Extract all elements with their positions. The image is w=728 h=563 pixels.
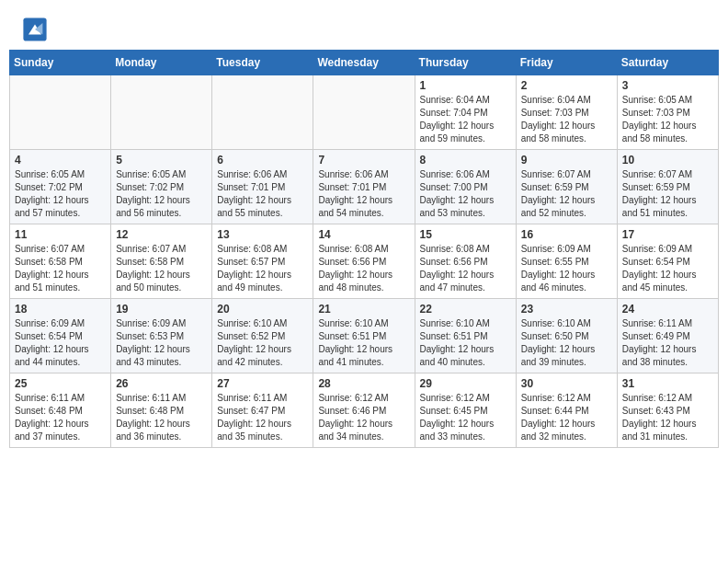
calendar-day-cell: 23Sunrise: 6:10 AM Sunset: 6:50 PM Dayli… — [516, 299, 617, 373]
calendar-day-cell: 6Sunrise: 6:06 AM Sunset: 7:01 PM Daylig… — [212, 150, 313, 224]
day-info: Sunrise: 6:05 AM Sunset: 7:02 PM Dayligh… — [116, 168, 207, 220]
logo-icon — [22, 17, 48, 42]
calendar-day-cell: 26Sunrise: 6:11 AM Sunset: 6:48 PM Dayli… — [111, 373, 212, 448]
calendar-week-row: 25Sunrise: 6:11 AM Sunset: 6:48 PM Dayli… — [10, 373, 719, 448]
day-info: Sunrise: 6:10 AM Sunset: 6:51 PM Dayligh… — [318, 317, 409, 369]
col-header-sunday: Sunday — [10, 51, 111, 75]
day-info: Sunrise: 6:12 AM Sunset: 6:44 PM Dayligh… — [521, 392, 612, 443]
day-number: 13 — [217, 228, 308, 241]
calendar-day-cell: 21Sunrise: 6:10 AM Sunset: 6:51 PM Dayli… — [313, 299, 415, 373]
calendar-week-row: 1Sunrise: 6:04 AM Sunset: 7:04 PM Daylig… — [10, 75, 719, 150]
col-header-tuesday: Tuesday — [212, 51, 313, 75]
calendar-day-cell: 7Sunrise: 6:06 AM Sunset: 7:01 PM Daylig… — [313, 150, 415, 224]
day-number: 7 — [318, 154, 409, 167]
calendar-day-cell: 29Sunrise: 6:12 AM Sunset: 6:45 PM Dayli… — [415, 373, 516, 448]
calendar-day-cell — [212, 75, 313, 150]
calendar-day-cell: 5Sunrise: 6:05 AM Sunset: 7:02 PM Daylig… — [111, 150, 212, 224]
calendar-body: 1Sunrise: 6:04 AM Sunset: 7:04 PM Daylig… — [10, 75, 719, 448]
day-number: 29 — [420, 377, 511, 390]
day-info: Sunrise: 6:09 AM Sunset: 6:53 PM Dayligh… — [116, 317, 207, 369]
calendar-day-cell: 31Sunrise: 6:12 AM Sunset: 6:43 PM Dayli… — [617, 373, 718, 448]
calendar-day-cell: 17Sunrise: 6:09 AM Sunset: 6:54 PM Dayli… — [617, 224, 718, 299]
day-info: Sunrise: 6:09 AM Sunset: 6:55 PM Dayligh… — [521, 243, 612, 294]
day-number: 18 — [15, 303, 106, 316]
calendar-day-cell: 8Sunrise: 6:06 AM Sunset: 7:00 PM Daylig… — [415, 150, 516, 224]
day-number: 14 — [318, 228, 409, 241]
day-info: Sunrise: 6:11 AM Sunset: 6:49 PM Dayligh… — [622, 317, 713, 369]
day-number: 16 — [521, 228, 612, 241]
calendar-day-cell: 2Sunrise: 6:04 AM Sunset: 7:03 PM Daylig… — [516, 75, 617, 150]
calendar-week-row: 4Sunrise: 6:05 AM Sunset: 7:02 PM Daylig… — [10, 150, 719, 224]
day-info: Sunrise: 6:10 AM Sunset: 6:50 PM Dayligh… — [521, 317, 612, 369]
calendar-day-cell: 10Sunrise: 6:07 AM Sunset: 6:59 PM Dayli… — [617, 150, 718, 224]
calendar-day-cell: 14Sunrise: 6:08 AM Sunset: 6:56 PM Dayli… — [313, 224, 415, 299]
calendar-day-cell: 11Sunrise: 6:07 AM Sunset: 6:58 PM Dayli… — [10, 224, 111, 299]
day-number: 8 — [420, 154, 511, 167]
day-number: 15 — [420, 228, 511, 241]
calendar-week-row: 11Sunrise: 6:07 AM Sunset: 6:58 PM Dayli… — [10, 224, 719, 299]
day-info: Sunrise: 6:11 AM Sunset: 6:47 PM Dayligh… — [217, 392, 308, 443]
day-number: 1 — [420, 79, 511, 92]
calendar-header-row: SundayMondayTuesdayWednesdayThursdayFrid… — [10, 51, 719, 75]
calendar-day-cell: 13Sunrise: 6:08 AM Sunset: 6:57 PM Dayli… — [212, 224, 313, 299]
day-info: Sunrise: 6:08 AM Sunset: 6:56 PM Dayligh… — [318, 243, 409, 294]
calendar-day-cell: 16Sunrise: 6:09 AM Sunset: 6:55 PM Dayli… — [516, 224, 617, 299]
day-number: 27 — [217, 377, 308, 390]
day-number: 28 — [318, 377, 409, 390]
day-info: Sunrise: 6:10 AM Sunset: 6:52 PM Dayligh… — [217, 317, 308, 369]
day-number: 19 — [116, 303, 207, 316]
day-info: Sunrise: 6:07 AM Sunset: 6:59 PM Dayligh… — [521, 168, 612, 220]
day-number: 20 — [217, 303, 308, 316]
logo — [22, 17, 51, 42]
calendar-day-cell: 28Sunrise: 6:12 AM Sunset: 6:46 PM Dayli… — [313, 373, 415, 448]
calendar-week-row: 18Sunrise: 6:09 AM Sunset: 6:54 PM Dayli… — [10, 299, 719, 373]
calendar-day-cell: 25Sunrise: 6:11 AM Sunset: 6:48 PM Dayli… — [10, 373, 111, 448]
day-number: 11 — [15, 228, 106, 241]
day-number: 17 — [622, 228, 713, 241]
day-number: 3 — [622, 79, 713, 92]
day-number: 4 — [15, 154, 106, 167]
day-info: Sunrise: 6:06 AM Sunset: 7:01 PM Dayligh… — [318, 168, 409, 220]
day-info: Sunrise: 6:05 AM Sunset: 7:03 PM Dayligh… — [622, 94, 713, 145]
calendar-day-cell: 20Sunrise: 6:10 AM Sunset: 6:52 PM Dayli… — [212, 299, 313, 373]
day-info: Sunrise: 6:07 AM Sunset: 6:59 PM Dayligh… — [622, 168, 713, 220]
day-number: 25 — [15, 377, 106, 390]
calendar-table: SundayMondayTuesdayWednesdayThursdayFrid… — [9, 50, 719, 448]
day-info: Sunrise: 6:08 AM Sunset: 6:57 PM Dayligh… — [217, 243, 308, 294]
day-number: 21 — [318, 303, 409, 316]
calendar-day-cell: 3Sunrise: 6:05 AM Sunset: 7:03 PM Daylig… — [617, 75, 718, 150]
day-info: Sunrise: 6:09 AM Sunset: 6:54 PM Dayligh… — [15, 317, 106, 369]
day-number: 30 — [521, 377, 612, 390]
calendar-day-cell: 18Sunrise: 6:09 AM Sunset: 6:54 PM Dayli… — [10, 299, 111, 373]
calendar-day-cell: 9Sunrise: 6:07 AM Sunset: 6:59 PM Daylig… — [516, 150, 617, 224]
day-number: 23 — [521, 303, 612, 316]
day-info: Sunrise: 6:11 AM Sunset: 6:48 PM Dayligh… — [116, 392, 207, 443]
calendar-day-cell: 24Sunrise: 6:11 AM Sunset: 6:49 PM Dayli… — [617, 299, 718, 373]
day-info: Sunrise: 6:07 AM Sunset: 6:58 PM Dayligh… — [116, 243, 207, 294]
day-info: Sunrise: 6:04 AM Sunset: 7:04 PM Dayligh… — [420, 94, 511, 145]
col-header-saturday: Saturday — [617, 51, 718, 75]
calendar-day-cell: 27Sunrise: 6:11 AM Sunset: 6:47 PM Dayli… — [212, 373, 313, 448]
calendar-day-cell: 19Sunrise: 6:09 AM Sunset: 6:53 PM Dayli… — [111, 299, 212, 373]
day-number: 10 — [622, 154, 713, 167]
day-info: Sunrise: 6:12 AM Sunset: 6:46 PM Dayligh… — [318, 392, 409, 443]
calendar-day-cell — [111, 75, 212, 150]
calendar-day-cell: 30Sunrise: 6:12 AM Sunset: 6:44 PM Dayli… — [516, 373, 617, 448]
calendar-day-cell — [313, 75, 415, 150]
col-header-friday: Friday — [516, 51, 617, 75]
day-info: Sunrise: 6:07 AM Sunset: 6:58 PM Dayligh… — [15, 243, 106, 294]
day-info: Sunrise: 6:05 AM Sunset: 7:02 PM Dayligh… — [15, 168, 106, 220]
col-header-monday: Monday — [111, 51, 212, 75]
day-number: 12 — [116, 228, 207, 241]
calendar-day-cell: 12Sunrise: 6:07 AM Sunset: 6:58 PM Dayli… — [111, 224, 212, 299]
col-header-wednesday: Wednesday — [313, 51, 415, 75]
day-number: 6 — [217, 154, 308, 167]
col-header-thursday: Thursday — [415, 51, 516, 75]
day-number: 24 — [622, 303, 713, 316]
day-info: Sunrise: 6:09 AM Sunset: 6:54 PM Dayligh… — [622, 243, 713, 294]
day-info: Sunrise: 6:11 AM Sunset: 6:48 PM Dayligh… — [15, 392, 106, 443]
day-number: 26 — [116, 377, 207, 390]
day-info: Sunrise: 6:06 AM Sunset: 7:00 PM Dayligh… — [420, 168, 511, 220]
day-number: 22 — [420, 303, 511, 316]
day-info: Sunrise: 6:12 AM Sunset: 6:45 PM Dayligh… — [420, 392, 511, 443]
